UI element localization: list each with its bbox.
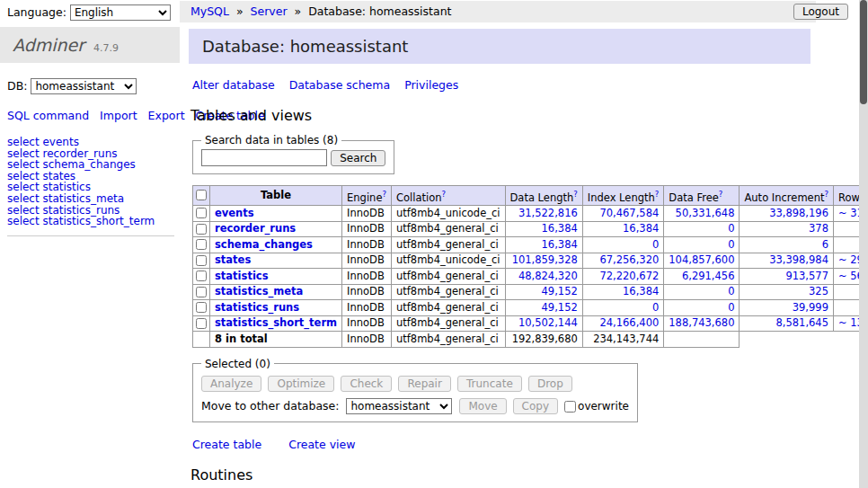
auto-increment-cell: 39,999 [740, 300, 834, 316]
search-input[interactable] [201, 149, 327, 166]
data-free-link[interactable]: 0 [728, 238, 734, 251]
table-name-link[interactable]: statistics [215, 270, 269, 282]
table-name-cell: statistics_runs [210, 300, 342, 316]
logout-button[interactable]: Logout [793, 4, 848, 20]
row-checkbox-cell [193, 237, 210, 253]
auto-increment-hint-link[interactable]: ? [824, 190, 828, 199]
app-name[interactable]: Adminer [13, 35, 84, 55]
data-free-cell: 0 [664, 284, 740, 300]
export-link[interactable]: Export [148, 109, 185, 122]
breadcrumb-mysql-link[interactable]: MySQL [190, 4, 229, 18]
row-checkbox[interactable] [196, 255, 207, 266]
row-checkbox[interactable] [196, 318, 207, 329]
table-name-link[interactable]: recorder_runs [215, 222, 296, 235]
database-schema-link[interactable]: Database schema [289, 78, 390, 92]
sidebar-item-select-statistics-short-term[interactable]: select statistics_short_term [7, 216, 174, 227]
index-length-link[interactable]: 0 [652, 301, 659, 314]
table-name-link[interactable]: statistics_short_term [215, 316, 337, 329]
collation-hint-link[interactable]: ? [442, 190, 447, 199]
move-db-select[interactable]: homeassistant [346, 398, 452, 414]
vertical-scrollbar[interactable] [859, 0, 868, 488]
data-free-link[interactable]: 0 [728, 285, 734, 297]
data-free-link[interactable]: 0 [728, 222, 734, 235]
index-length-hint-link[interactable]: ? [655, 190, 660, 199]
engine-cell: InnoDB [342, 253, 392, 269]
index-length-link[interactable]: 72,220,672 [599, 270, 659, 282]
analyze-button[interactable]: Analyze [201, 376, 261, 392]
breadcrumb-server-link[interactable]: Server [251, 4, 288, 18]
data-free-link[interactable]: 104,857,600 [669, 253, 734, 266]
sidebar-item-select-events[interactable]: select events [7, 137, 174, 148]
alter-database-link[interactable]: Alter database [192, 78, 275, 92]
check-button[interactable]: Check [341, 376, 392, 392]
data-free-link[interactable]: 188,743,680 [669, 316, 734, 329]
row-checkbox[interactable] [196, 224, 207, 235]
table-name-link[interactable]: statistics_runs [215, 301, 299, 314]
move-button[interactable]: Move [459, 398, 506, 414]
data-length-link[interactable]: 49,152 [542, 301, 578, 314]
engine-hint-link[interactable]: ? [382, 190, 386, 199]
auto-increment-link[interactable]: 39,999 [793, 301, 828, 314]
sql-command-link[interactable]: SQL command [7, 109, 89, 122]
index-length-link[interactable]: 70,467,584 [599, 207, 659, 219]
import-link[interactable]: Import [100, 109, 137, 122]
create-view-link[interactable]: Create view [288, 438, 355, 451]
index-length-link[interactable]: 0 [652, 238, 659, 251]
auto-increment-link[interactable]: 325 [809, 285, 828, 297]
data-free-hint-link[interactable]: ? [719, 190, 723, 199]
auto-increment-link[interactable]: 33,898,196 [769, 207, 828, 219]
data-length-link[interactable]: 31,522,816 [518, 207, 578, 219]
row-checkbox[interactable] [196, 208, 207, 218]
repair-button[interactable]: Repair [398, 376, 450, 392]
data-free-link[interactable]: 6,291,456 [682, 270, 735, 282]
scrollbar-thumb[interactable] [860, 0, 867, 104]
breadcrumb: MySQL » Server » Database: homeassistant [180, 1, 816, 22]
copy-button[interactable]: Copy [513, 398, 558, 414]
data-free-link[interactable]: 0 [728, 301, 734, 314]
auto-increment-link[interactable]: 33,398,984 [769, 253, 828, 266]
auto-increment-cell: 378 [740, 221, 834, 237]
index-length-link[interactable]: 67,256,320 [599, 253, 659, 266]
data-length-link[interactable]: 48,824,320 [518, 270, 578, 282]
row-checkbox[interactable] [196, 302, 207, 313]
app-title: Adminer 4.7.9 [0, 27, 180, 63]
table-name-link[interactable]: schema_changes [215, 238, 313, 251]
select-all-checkbox[interactable] [196, 190, 207, 200]
data-length-link[interactable]: 101,859,328 [512, 253, 578, 266]
truncate-button[interactable]: Truncate [457, 376, 522, 392]
drop-button[interactable]: Drop [528, 376, 572, 392]
index-length-link[interactable]: 16,384 [623, 285, 659, 297]
row-checkbox[interactable] [196, 287, 207, 297]
auto-increment-link[interactable]: 378 [809, 222, 828, 235]
optimize-button[interactable]: Optimize [268, 376, 334, 392]
table-name-link[interactable]: events [215, 207, 254, 219]
auto-increment-cell: 325 [740, 284, 834, 300]
index-length-cell: 70,467,584 [582, 206, 664, 222]
data-length-link[interactable]: 16,384 [542, 222, 578, 235]
data-length-link[interactable]: 49,152 [542, 285, 578, 297]
auto-increment-link[interactable]: 8,581,645 [775, 316, 828, 329]
auto-increment-link[interactable]: 913,577 [785, 270, 828, 282]
table-row: statistics_short_term InnoDB utf8mb4_gen… [193, 315, 868, 332]
sidebar-item-select-schema-changes[interactable]: select schema_changes [7, 159, 174, 171]
auto-increment-link[interactable]: 6 [822, 238, 828, 251]
language-select[interactable]: English [70, 4, 171, 21]
index-length-link[interactable]: 24,166,400 [599, 316, 659, 329]
move-label: Move to other database: [201, 399, 339, 413]
privileges-link[interactable]: Privileges [404, 78, 458, 92]
row-checkbox[interactable] [196, 271, 207, 281]
data-length-hint-link[interactable]: ? [573, 190, 578, 199]
create-table-link[interactable]: Create table [192, 438, 261, 451]
search-button[interactable]: Search [331, 150, 385, 166]
data-length-link[interactable]: 16,384 [542, 238, 578, 251]
data-free-link[interactable]: 50,331,648 [676, 207, 735, 219]
sidebar-item-select-statistics-meta[interactable]: select statistics_meta [7, 193, 174, 205]
table-name-link[interactable]: statistics_meta [215, 285, 303, 297]
table-name-link[interactable]: states [215, 253, 251, 266]
index-length-link[interactable]: 16,384 [623, 222, 659, 235]
collation-cell: utf8mb4_general_ci [391, 315, 505, 332]
db-select[interactable]: homeassistant [31, 78, 137, 94]
data-length-link[interactable]: 10,502,144 [518, 316, 578, 329]
overwrite-checkbox[interactable] [564, 401, 576, 413]
row-checkbox[interactable] [196, 239, 207, 250]
